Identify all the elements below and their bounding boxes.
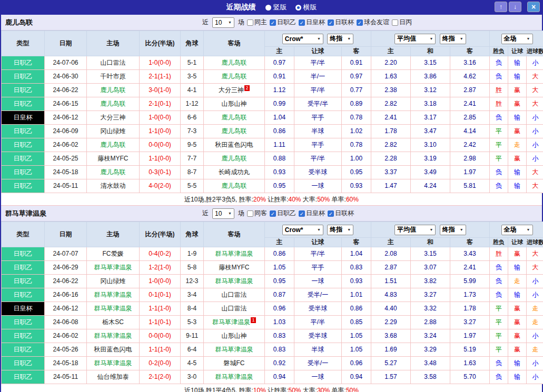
avg-stage-select[interactable]: 终指▼: [440, 225, 466, 235]
avg-away-cell: 1.73: [450, 288, 490, 302]
league-filter-checkbox[interactable]: 日丙: [392, 18, 412, 27]
summary-segment: 50%: [346, 387, 359, 392]
odds-stage-select[interactable]: 终指▼: [327, 34, 353, 44]
avg-home-cell: 2.87: [371, 261, 411, 275]
team-link[interactable]: 群马草津温泉: [94, 359, 132, 367]
corner-cell: 4-5: [181, 357, 204, 370]
league-filter-checkbox[interactable]: ✓日职乙: [270, 18, 296, 27]
filter-group: 近10▼场同主✓日职乙✓日皇杯✓日联杯✓球会友谊日丙: [202, 17, 412, 28]
team-link[interactable]: 藤枝MYFC: [219, 264, 250, 271]
match-row: 日职乙24-05-11仙台维加泰2-1(2-0)3-0群马草津温泉0.94一球0…: [2, 370, 543, 384]
team-link[interactable]: 仙台维加泰: [97, 373, 129, 380]
team-link[interactable]: 群马草津温泉: [94, 332, 132, 339]
home-odds-cell: 1.12: [265, 84, 294, 97]
team-link[interactable]: 群马草津温泉: [94, 305, 132, 312]
match-count-select[interactable]: 10▼: [212, 17, 234, 28]
summary-segment: 20%: [253, 196, 266, 203]
team-link[interactable]: 秋田蓝色闪电: [215, 141, 253, 148]
same-venue-checkbox[interactable]: 同主: [247, 18, 267, 27]
scope-select[interactable]: 全场▼: [501, 34, 533, 44]
team-link[interactable]: 鹿儿岛联: [222, 155, 247, 162]
result-goals-cell: 小: [527, 138, 543, 152]
result-wdl-cell: 胜: [490, 97, 508, 111]
team-link[interactable]: 鹿儿岛联: [101, 141, 126, 148]
average-select[interactable]: 平均值▼: [394, 34, 436, 44]
league-filter-checkbox[interactable]: ✓日皇杯: [299, 209, 325, 218]
avg-away-cell: 5.81: [450, 179, 490, 193]
odds-stage-select[interactable]: 终指▼: [327, 225, 353, 235]
team-link[interactable]: 鹿儿岛联: [101, 100, 126, 107]
down-button[interactable]: ↓: [509, 2, 521, 12]
average-select[interactable]: 平均值▼: [394, 225, 436, 235]
team-link[interactable]: 秋田蓝色闪电: [94, 346, 132, 353]
team-link[interactable]: 群马草津温泉: [215, 373, 253, 380]
subcol-avg-home: 主: [371, 47, 411, 56]
team-link[interactable]: 群马草津温泉: [215, 277, 253, 285]
layout-radio-horizontal[interactable]: 横版: [295, 3, 317, 12]
summary-segment: 40%: [288, 196, 301, 203]
home-team-cell: 冈山绿雉: [87, 125, 140, 138]
scope-select-value: 全场: [504, 225, 517, 234]
league-filter-checkbox[interactable]: ✓日职乙: [270, 209, 296, 218]
team-link[interactable]: 鹿儿岛联: [222, 59, 247, 66]
col-away: 客场: [204, 222, 265, 247]
away-odds-cell: 1.00: [342, 152, 371, 166]
team-link[interactable]: 山口雷法: [222, 305, 247, 312]
result-scope-header: 全场▼: [490, 222, 543, 238]
bookmaker-select[interactable]: Crow*▼: [282, 225, 323, 235]
team-link[interactable]: 群马草津温泉: [215, 346, 253, 353]
match-count-select[interactable]: 10▼: [212, 208, 234, 219]
result-goals-cell: 大: [527, 97, 543, 111]
team-link[interactable]: 鹿儿岛联: [101, 86, 126, 94]
team-link[interactable]: FC爱媛: [103, 250, 124, 257]
team-link[interactable]: 藤枝MYFC: [98, 155, 129, 162]
bookmaker-select[interactable]: Crow*▼: [282, 34, 323, 44]
away-team-cell: 群马草津温泉: [204, 275, 265, 288]
avg-home-cell: 5.27: [371, 357, 411, 370]
avg-away-cell: 1.97: [450, 166, 490, 179]
bookmaker-select-value: Crow*: [285, 226, 303, 234]
team-link[interactable]: 群马草津温泉: [94, 291, 132, 298]
team-link[interactable]: 千叶市原: [101, 73, 126, 80]
team-link[interactable]: 鹿儿岛联: [222, 114, 247, 121]
score-cell: 1-0(0-0): [140, 56, 181, 70]
team-link[interactable]: 冈山绿雉: [101, 127, 126, 135]
team-link[interactable]: 山形山神: [222, 100, 247, 107]
home-odds-cell: 0.86: [265, 125, 294, 138]
team-link[interactable]: 大分三神: [219, 86, 244, 94]
league-filter-checkbox[interactable]: ✓日联杯: [328, 18, 354, 27]
close-button[interactable]: ×: [527, 2, 540, 12]
team-link[interactable]: 清水鼓动: [101, 182, 126, 189]
team-link[interactable]: 鹿儿岛联: [101, 168, 126, 176]
avg-stage-select[interactable]: 终指▼: [440, 34, 466, 44]
team-link[interactable]: 磐城FC: [224, 359, 245, 367]
team-link[interactable]: 长崎成功丸: [219, 168, 250, 176]
team-link[interactable]: 栃木SC: [102, 318, 124, 326]
corner-cell: 8-4: [181, 302, 204, 316]
team-link[interactable]: 大分三神: [101, 114, 126, 121]
same-venue-checkbox[interactable]: 同客: [247, 209, 267, 218]
team-link[interactable]: 山口雷法: [222, 291, 247, 298]
home-team-cell: 群马草津温泉: [87, 357, 140, 370]
league-cell: 日职乙: [2, 152, 45, 166]
team-link[interactable]: 群马草津温泉: [215, 250, 253, 257]
away-team-cell: 鹿儿岛联: [204, 152, 265, 166]
team-link[interactable]: 山口雷法: [101, 59, 126, 66]
col-away: 客场: [204, 31, 265, 56]
league-filter-checkbox[interactable]: ✓日皇杯: [299, 18, 325, 27]
layout-radio-vertical[interactable]: 竖版: [265, 3, 287, 12]
team-link[interactable]: 鹿儿岛联: [222, 182, 247, 189]
down-icon: ↓: [514, 3, 517, 11]
scope-select[interactable]: 全场▼: [501, 225, 533, 235]
team-link[interactable]: 鹿儿岛联: [222, 73, 247, 80]
team-link[interactable]: 冈山绿雉: [101, 277, 126, 285]
team-link[interactable]: 山形山神: [222, 332, 247, 339]
result-handicap-cell: 赢: [508, 247, 527, 261]
league-filter-checkbox[interactable]: ✓球会友谊: [357, 18, 389, 27]
team-link[interactable]: 群马草津温泉: [94, 264, 132, 271]
team-link[interactable]: 鹿儿岛联: [222, 127, 247, 135]
league-cell: 日职乙: [2, 97, 45, 111]
up-button[interactable]: ↑: [495, 2, 507, 12]
team-link[interactable]: 群马草津温泉: [212, 318, 250, 326]
league-filter-checkbox[interactable]: ✓日联杯: [328, 209, 354, 218]
